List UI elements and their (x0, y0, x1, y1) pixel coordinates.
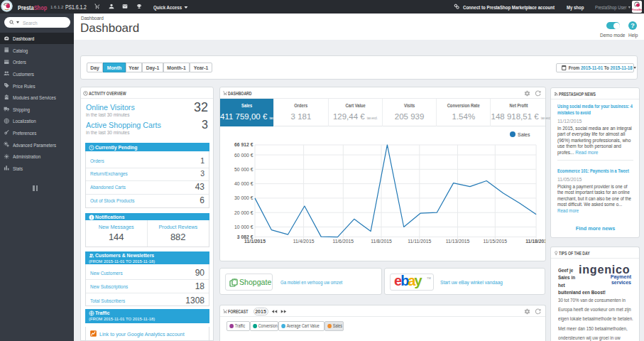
svg-text:40 000 €: 40 000 € (234, 181, 253, 186)
svg-text:50 000 €: 50 000 € (234, 167, 253, 172)
svg-text:10 000 €: 10 000 € (234, 224, 253, 229)
svg-text:Sales: Sales (518, 132, 530, 137)
svg-text:20 000 €: 20 000 € (234, 210, 253, 215)
svg-text:11/15/2015: 11/15/2015 (484, 239, 508, 244)
svg-text:11/1/2015: 11/1/2015 (244, 239, 266, 244)
svg-text:11/13/2015: 11/13/2015 (446, 239, 470, 244)
svg-text:11/8/2015: 11/8/2015 (371, 239, 392, 244)
svg-text:66 912 €: 66 912 € (234, 142, 253, 147)
svg-text:11/6/2015: 11/6/2015 (332, 239, 354, 244)
svg-text:11/18/201: 11/18/201 (525, 239, 545, 244)
svg-text:11/11/2015: 11/11/2015 (408, 239, 431, 244)
svg-text:11/4/2015: 11/4/2015 (293, 239, 315, 244)
svg-text:60 000 €: 60 000 € (234, 153, 253, 158)
svg-text:30 000 €: 30 000 € (234, 195, 253, 200)
